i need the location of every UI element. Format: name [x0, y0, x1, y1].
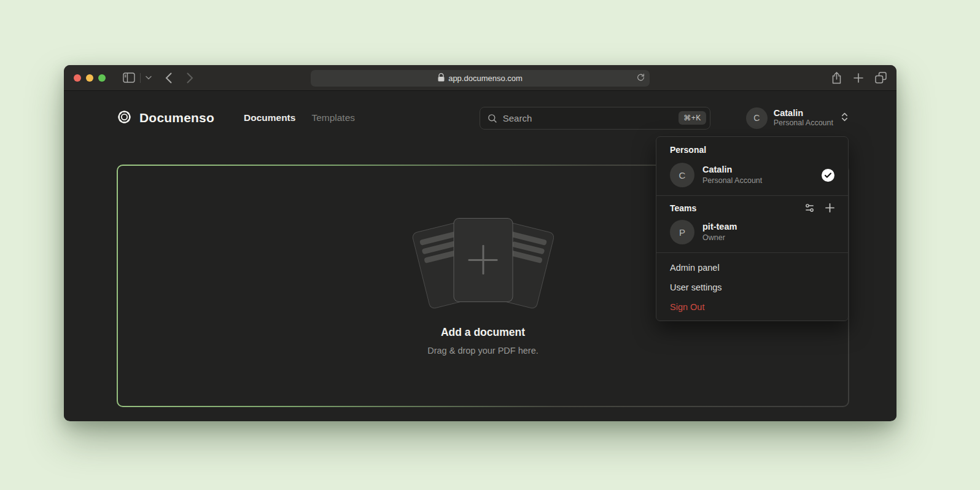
close-window-button[interactable] — [74, 74, 81, 82]
chevrons-up-down-icon — [841, 112, 849, 125]
address-bar[interactable]: app.documenso.com — [311, 70, 650, 87]
personal-account-item[interactable]: C Catalin Personal Account — [664, 160, 841, 190]
team-item-texts: pit-team Owner — [702, 221, 737, 243]
documenso-logo[interactable]: Documenso — [116, 109, 214, 128]
document-cards-illustration — [406, 217, 560, 310]
personal-account-subtitle: Personal Account — [702, 176, 762, 185]
account-subtitle: Personal Account — [774, 119, 833, 128]
personal-account-texts: Catalin Personal Account — [702, 164, 762, 185]
team-item[interactable]: P pit-team Owner — [664, 217, 841, 247]
menu-item-user-settings[interactable]: User settings — [664, 278, 841, 297]
browser-toolbar: app.documenso.com — [64, 65, 896, 91]
sidebar-toggle-icon[interactable] — [123, 72, 135, 83]
account-name: Catalin — [774, 107, 833, 119]
manage-teams-icon[interactable] — [804, 203, 815, 213]
nav-documents[interactable]: Documents — [244, 112, 295, 123]
search-input[interactable] — [503, 113, 673, 123]
team-name: pit-team — [702, 221, 737, 233]
nav-templates[interactable]: Templates — [311, 112, 355, 123]
team-avatar: P — [670, 220, 694, 244]
back-button[interactable] — [165, 72, 172, 84]
documenso-logo-icon — [116, 109, 133, 128]
address-text: app.documenso.com — [448, 74, 523, 83]
account-avatar: C — [746, 107, 768, 129]
reload-icon[interactable] — [637, 73, 645, 84]
forward-button[interactable] — [187, 72, 193, 84]
account-menu-button[interactable]: C Catalin Personal Account — [746, 107, 849, 129]
toolbar-left-group — [123, 72, 193, 84]
share-icon[interactable] — [831, 72, 842, 84]
menu-divider — [656, 195, 848, 196]
account-button-texts: Catalin Personal Account — [774, 107, 833, 128]
window-controls — [74, 74, 106, 82]
personal-avatar: C — [670, 163, 694, 187]
menu-item-admin-panel[interactable]: Admin panel — [664, 258, 841, 278]
documenso-app: Documenso Documents Templates ⌘+K C Cata… — [64, 91, 896, 421]
plus-icon — [469, 245, 498, 274]
personal-account-name: Catalin — [702, 164, 762, 176]
zoom-window-button[interactable] — [98, 74, 106, 82]
browser-window: app.documenso.com — [64, 65, 896, 421]
add-document-card — [453, 218, 513, 302]
toolbar-separator — [140, 73, 141, 83]
team-role: Owner — [702, 233, 737, 243]
teams-section-heading: Teams — [670, 203, 696, 213]
teams-actions — [804, 203, 834, 213]
search-bar[interactable]: ⌘+K — [480, 107, 710, 130]
primary-nav: Documents Templates — [244, 112, 355, 123]
toolbar-right-group — [831, 72, 887, 84]
selected-check-icon — [822, 169, 834, 182]
app-header: Documenso Documents Templates ⌘+K C Cata… — [116, 101, 849, 135]
lock-icon — [438, 73, 445, 84]
account-dropdown-menu: Personal C Catalin Personal Account Team… — [656, 136, 849, 321]
minimize-window-button[interactable] — [86, 74, 93, 82]
menu-divider — [656, 252, 848, 253]
dropzone-subtitle: Drag & drop your PDF here. — [427, 346, 539, 356]
personal-section-heading: Personal — [664, 142, 841, 160]
teams-section-header: Teams — [664, 201, 841, 217]
create-team-icon[interactable] — [825, 203, 834, 212]
search-icon — [487, 113, 497, 123]
brand-name: Documenso — [139, 111, 214, 125]
menu-item-sign-out[interactable]: Sign Out — [664, 297, 841, 317]
search-shortcut-badge: ⌘+K — [679, 111, 706, 125]
new-tab-icon[interactable] — [854, 73, 863, 83]
tab-overview-icon[interactable] — [875, 72, 887, 84]
dropzone-title: Add a document — [441, 326, 525, 339]
sidebar-chevron-down-icon[interactable] — [146, 76, 152, 80]
